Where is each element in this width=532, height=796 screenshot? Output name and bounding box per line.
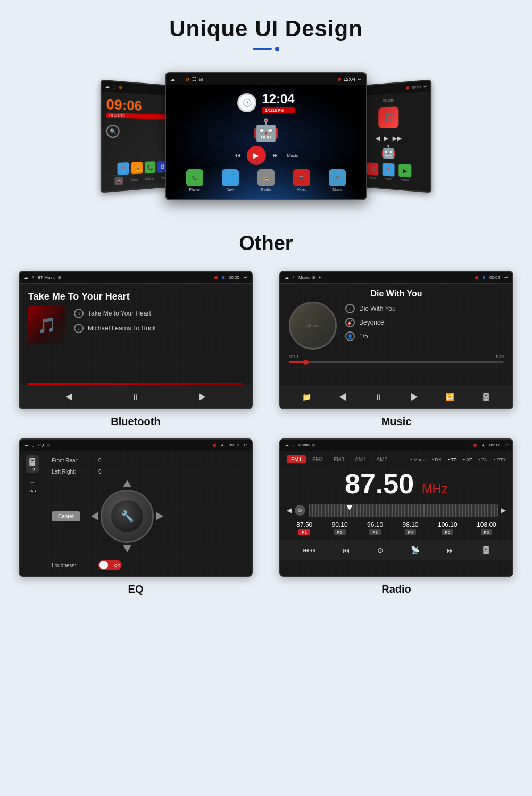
phone-app-icon: 📞 <box>186 169 203 186</box>
right-app-navi[interactable]: 📍 Navi <box>383 163 395 181</box>
right-next-icon[interactable]: ▶▶ <box>393 135 402 142</box>
center-app-video[interactable]: 🎬 Video <box>293 169 310 192</box>
music-back-icon: ↩ <box>504 275 508 280</box>
center-big-time: 12:04 <box>262 92 294 106</box>
tuner-dial-icon[interactable]: ⟳ <box>295 505 305 516</box>
preset-3-label: P3 <box>369 529 381 535</box>
preset-3-freq: 96.10 <box>367 521 383 528</box>
eq-knob[interactable]: 🔧 <box>101 490 154 543</box>
music-repeat-btn[interactable]: 🔁 <box>442 389 458 405</box>
bluetooth-screen: ☁ ⋮ BT Music ⊞ B 00:05 ↩ Take Me To Your… <box>19 271 253 409</box>
music-prev-btn[interactable] <box>335 389 351 405</box>
radio-opt-dx: • DX <box>432 457 442 462</box>
screen-center-bar: ☁ ⋮ ⚙ ☷ ⊞ 12:04 ↩ <box>166 73 366 85</box>
music-body: Die With You album ♫ Die With You 🎸 Beyo… <box>280 284 512 408</box>
progress-bar[interactable] <box>289 361 504 363</box>
eq-arrow-left[interactable] <box>91 512 98 520</box>
eq-screen: ☁ ⋮ EQ ⊞ ▲ 09:13 ↩ 🎚️ EQ <box>19 438 253 577</box>
radio-bands: FM1 FM2 FM3 AM1 AM2 <box>287 455 392 463</box>
radio-ctrl-home[interactable]: ⊙ <box>377 546 384 554</box>
right-play-icon[interactable]: ▶ <box>384 135 388 142</box>
eq-time: 09:13 <box>229 443 239 447</box>
radio-freq-value: 87.50 <box>345 468 414 499</box>
music-artist-name: Beyoncé <box>359 319 384 326</box>
radio-preset-3[interactable]: 96.10 P3 <box>367 521 383 535</box>
tuner-bar[interactable] <box>309 504 498 517</box>
radio-icon-left[interactable]: 📻 <box>131 162 143 174</box>
radio-label-bottom: Radio <box>145 177 154 181</box>
eq-arrow-up[interactable] <box>123 480 131 487</box>
bt-artist-row: ♪ Michael Learns To Rock <box>74 324 156 333</box>
right-app-music[interactable]: 🎵 Music <box>367 162 379 179</box>
radio-preset-1[interactable]: 87.50 P1 <box>296 521 312 535</box>
center-settings-icon: ⚙ <box>185 77 189 82</box>
band-am2[interactable]: AM2 <box>372 455 392 463</box>
radio-ctrl-next[interactable]: ⏭ <box>447 546 454 554</box>
music-pause-btn[interactable]: ⏸ <box>370 389 386 405</box>
right-bar-right: 00:01 ↩ <box>406 84 427 90</box>
bt-next-btn[interactable] <box>194 389 210 405</box>
band-am1[interactable]: AM1 <box>351 455 370 463</box>
music-app-label: Music <box>332 188 342 192</box>
center-app-navi[interactable]: 🌐 Navi <box>222 169 239 192</box>
radio-preset-2[interactable]: 90.10 P2 <box>332 521 348 535</box>
radio-ctrl-prev[interactable]: ⏮ <box>343 546 350 554</box>
band-fm3[interactable]: FM3 <box>329 455 348 463</box>
music-prev-icon <box>339 393 346 401</box>
radio-preset-4[interactable]: 98.10 P4 <box>403 521 419 535</box>
eq-arrow-down[interactable] <box>123 545 131 552</box>
bt-bar-cloud-icon: ☁ <box>24 275 28 280</box>
search-icon: 🔍 <box>110 128 117 135</box>
center-grid-icon: ☷ <box>192 77 196 82</box>
bt-pause-btn[interactable]: ⏸ <box>128 389 144 405</box>
bt-prev-btn[interactable] <box>61 389 77 405</box>
radio-ctrl-menu[interactable]: 🎚️ <box>481 546 491 554</box>
music-eq-btn[interactable]: 🎚️ <box>478 389 494 405</box>
radio-preset-5[interactable]: 106.10 P5 <box>438 521 458 535</box>
tuner-right-btn[interactable]: ▶ <box>501 507 506 514</box>
radio-screen-item: ☁ ⋮ Radio ⊞ ▲ 09:11 ↩ FM1 FM2 FM <box>271 438 521 595</box>
tuner-left-btn[interactable]: ◀ <box>287 507 292 514</box>
navi-icon[interactable]: 📍 <box>118 162 129 175</box>
screen-center-body: 🕐 12:04 1/1/16 Fri 🤖 ⏮ ▶ ⏭ Music <box>166 85 366 199</box>
radio-presets: 87.50 P1 90.10 P2 96.10 P3 98.10 P4 <box>287 521 506 535</box>
eq-center-btn[interactable]: Center <box>52 511 80 521</box>
phone-icon[interactable]: 📞 <box>145 161 156 173</box>
bt-album-art: 🎵 <box>28 306 65 344</box>
band-fm1[interactable]: FM1 <box>287 455 306 463</box>
navi-app-icon: 🌐 <box>222 169 239 186</box>
radio-preset-6[interactable]: 108.00 P6 <box>477 521 496 535</box>
right-music-app-label: Music <box>369 176 376 180</box>
radio-ctrl-back[interactable]: ⏮⏮ <box>303 546 315 554</box>
loudness-toggle[interactable] <box>98 560 122 570</box>
preset-6-freq: 108.00 <box>477 521 496 528</box>
radio-opt-tp: • TP <box>448 457 457 462</box>
bt-song-row: ♫ Take Me to Your Heart <box>74 309 156 318</box>
center-app-music[interactable]: 🎵 Music <box>329 169 346 192</box>
center-app-phone[interactable]: 📞 Phone <box>186 169 203 192</box>
right-music-label: Music <box>383 97 394 103</box>
music-next-btn[interactable] <box>406 389 422 405</box>
radio-label: Radio <box>381 583 411 595</box>
center-date-badge: 1/1/16 Fri <box>262 107 294 113</box>
clock-icon: 🕐 <box>243 98 252 107</box>
band-fm2[interactable]: FM2 <box>308 455 327 463</box>
eq-sidebar-fab[interactable]: ≡ FAB <box>27 477 38 495</box>
center-app-row: 📞 Phone 🌐 Navi 📻 Radio 🎬 Video <box>166 169 366 192</box>
radio-ctrl-antenna[interactable]: 📡 <box>411 546 420 554</box>
eq-arrow-right[interactable] <box>156 512 163 520</box>
bt-controls: ⏸ <box>20 385 252 408</box>
eq-sidebar-eq[interactable]: 🎚️ EQ <box>26 455 39 473</box>
center-app-radio[interactable]: 📻 Radio <box>257 169 275 192</box>
radio-screen: ☁ ⋮ Radio ⊞ ▲ 09:11 ↩ FM1 FM2 FM <box>279 438 513 577</box>
right-prev-icon[interactable]: ◀ <box>376 135 380 142</box>
bt-gps-icon <box>214 276 218 279</box>
repeat-icon: 🔁 <box>445 393 454 401</box>
music-folder-btn[interactable]: 📁 <box>299 389 315 405</box>
bt-bar: ☁ ⋮ BT Music ⊞ B 00:05 ↩ <box>20 272 252 284</box>
bt-title: Take Me To Your Heart <box>20 284 252 306</box>
music-next-icon <box>411 393 418 401</box>
eq-bar-left: ☁ ⋮ EQ ⊞ <box>24 443 50 447</box>
right-app-video[interactable]: ▶ Video <box>398 164 411 182</box>
video-app-label: Video <box>297 188 306 192</box>
